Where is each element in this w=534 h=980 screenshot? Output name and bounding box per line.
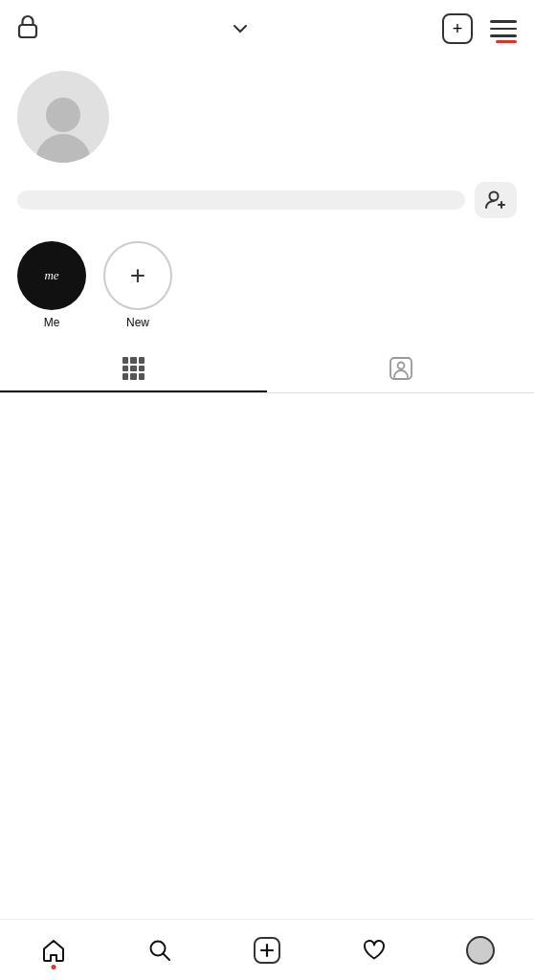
add-friend-button[interactable] [475,182,517,218]
home-tab[interactable] [33,929,75,971]
create-icon [254,937,280,964]
story-circle-new: + [103,241,172,310]
activity-tab[interactable] [353,929,395,971]
home-icon [41,938,66,963]
avatar[interactable] [17,71,109,163]
heart-icon [362,938,387,963]
bottom-nav [0,919,534,980]
avatar-circle [17,71,109,163]
grid-icon [122,357,145,380]
story-label-me: Me [44,316,60,329]
svg-rect-0 [19,25,36,37]
menu-button[interactable] [490,20,517,37]
chevron-down-icon [234,21,247,36]
stories-row: me Me + New [0,228,534,335]
story-me-text: me [44,268,58,283]
create-tab[interactable] [246,929,288,971]
story-circle-me: me [17,241,86,310]
profile-tab[interactable] [459,929,501,971]
tabs-row [0,345,534,393]
username-dropdown[interactable] [234,21,247,36]
default-avatar [17,71,109,163]
svg-line-5 [164,953,170,960]
home-notification-dot [51,965,56,969]
svg-point-3 [397,363,404,369]
plus-icon: + [453,19,463,39]
search-icon [147,938,172,963]
stats-row [119,116,517,118]
menu-notification-dot [496,40,517,43]
story-new-plus: + [130,260,145,291]
lock-icon [17,13,38,44]
new-post-button[interactable]: + [442,13,473,44]
tab-tagged[interactable] [267,345,534,392]
tab-grid[interactable] [0,345,267,392]
story-label-new: New [126,316,149,329]
empty-profile-content [0,393,534,531]
svg-point-1 [490,192,499,201]
top-nav: + [0,0,534,54]
edit-profile-row [0,172,534,228]
top-nav-actions: + [442,13,517,44]
story-item-me[interactable]: me Me [17,241,86,329]
tagged-icon [389,356,413,381]
search-tab[interactable] [139,929,181,971]
story-item-new[interactable]: + New [103,241,172,329]
edit-profile-button[interactable] [17,190,465,210]
profile-avatar-small [466,936,495,965]
profile-section [0,54,534,172]
